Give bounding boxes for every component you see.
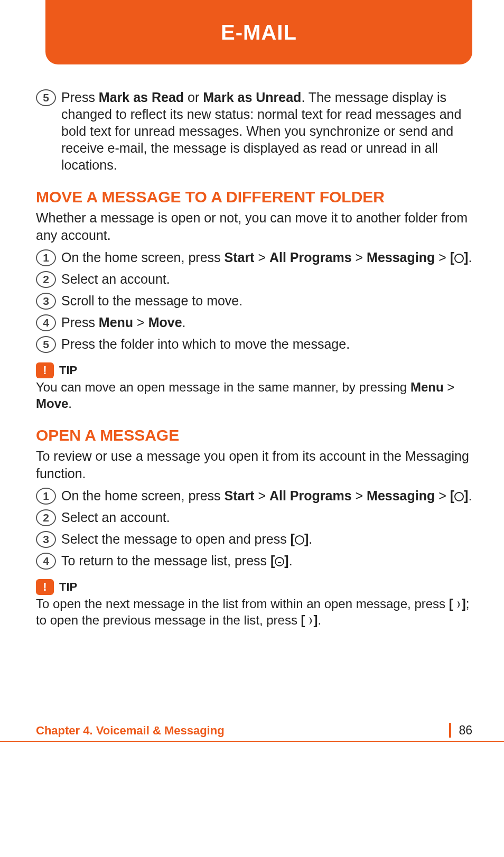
step-text: Press Menu > Move.: [61, 314, 472, 331]
page-header: E-MAIL: [45, 0, 472, 64]
tip-text: To open the next message in the list fro…: [36, 596, 472, 628]
step-number-badge: 5: [36, 336, 56, 353]
section-heading-open: OPEN A MESSAGE: [36, 426, 472, 444]
text: .: [318, 613, 322, 627]
step-text: Select an account.: [61, 271, 472, 287]
text: or: [184, 90, 203, 105]
bold: Messaging: [367, 250, 435, 265]
step-row: 4 Press Menu > Move.: [36, 314, 472, 331]
step-text: On the home screen, press Start > All Pr…: [61, 487, 472, 504]
tip-label: TIP: [59, 580, 77, 594]
text: Press: [61, 315, 99, 330]
step-row: 3 Select the message to open and press […: [36, 530, 472, 548]
text: Select the message to open and press: [61, 532, 291, 546]
step-number-badge: 3: [36, 531, 56, 548]
text: >: [352, 250, 367, 265]
text: On the home screen, press: [61, 250, 224, 265]
page-number-divider: [449, 723, 451, 738]
section-heading-move: MOVE A MESSAGE TO A DIFFERENT FOLDER: [36, 188, 472, 206]
text: .: [468, 488, 472, 503]
step-row: 1 On the home screen, press Start > All …: [36, 249, 472, 266]
step-number-badge: 2: [36, 509, 56, 526]
tip-block: ! TIP You can move an open message in th…: [36, 362, 472, 412]
text: You can move an open message in the same…: [36, 380, 410, 394]
chapter-label: Chapter 4. Voicemail & Messaging: [36, 724, 225, 738]
step-row: 5 Press Mark as Read or Mark as Unread. …: [36, 89, 472, 173]
exclamation-icon: !: [43, 364, 46, 377]
tip-text: You can move an open message in the same…: [36, 379, 472, 412]
step-text: Select an account.: [61, 509, 472, 526]
text: To open the next message in the list fro…: [36, 597, 449, 611]
section-intro: Whether a message is open or not, you ca…: [36, 209, 472, 244]
tip-icon: !: [36, 579, 54, 595]
bold: Start: [224, 250, 254, 265]
tip-header: ! TIP: [36, 362, 472, 378]
tip-block: ! TIP To open the next message in the li…: [36, 579, 472, 628]
text: .: [68, 396, 72, 411]
tip-header: ! TIP: [36, 579, 472, 595]
step-row: 3 Scroll to the message to move.: [36, 292, 472, 310]
step-row: 4 To return to the message list, press […: [36, 552, 472, 570]
step-number-badge: 4: [36, 314, 56, 331]
bracket-open: [: [450, 488, 454, 503]
bold: Mark as Unread: [203, 90, 301, 105]
step-row: 1 On the home screen, press Start > All …: [36, 487, 472, 505]
page-title: E-MAIL: [221, 21, 297, 44]
text: .: [289, 553, 293, 568]
tip-icon: !: [36, 362, 54, 378]
step-number-badge: 1: [36, 488, 56, 505]
text: >: [254, 488, 269, 503]
bracket-close: ]: [314, 613, 318, 627]
text: .: [182, 315, 186, 330]
tip-label: TIP: [59, 364, 77, 377]
bracket-open: [: [450, 250, 454, 265]
page-number: 86: [459, 723, 472, 738]
step-number-badge: 4: [36, 553, 56, 570]
bracket-open: [: [449, 597, 453, 611]
step-text: On the home screen, press Start > All Pr…: [61, 249, 472, 266]
step-row: 5 Press the folder into which to move th…: [36, 336, 472, 353]
step-row: 2 Select an account.: [36, 509, 472, 526]
bold: Move: [36, 396, 68, 411]
bracket-open: [: [270, 553, 275, 568]
ok-key-icon: [454, 492, 464, 501]
step-text: Press the folder into which to move the …: [61, 336, 472, 352]
text: On the home screen, press: [61, 488, 224, 503]
step-number-badge: 5: [36, 89, 56, 106]
step-number-badge: 3: [36, 293, 56, 310]
text: >: [435, 250, 450, 265]
bracket-close: ]: [284, 553, 288, 568]
bold: Mark as Read: [99, 90, 184, 105]
bold: Start: [224, 488, 254, 503]
bracket-open: [: [291, 532, 295, 546]
volume-left-icon: [305, 616, 314, 626]
text: >: [352, 488, 367, 503]
step-text: Scroll to the message to move.: [61, 292, 472, 309]
ok-key-icon: [295, 535, 304, 545]
step-number-badge: 2: [36, 271, 56, 288]
step-text: To return to the message list, press [].: [61, 552, 472, 569]
bold: Menu: [99, 315, 133, 330]
ok-key-icon: [454, 254, 464, 263]
bold: All Programs: [269, 488, 352, 503]
back-key-icon: [275, 557, 284, 566]
page-number-wrap: 86: [449, 723, 472, 738]
step-number-badge: 1: [36, 249, 56, 266]
text: >: [444, 380, 455, 394]
bold: Menu: [410, 380, 444, 394]
volume-right-icon: [453, 600, 462, 609]
text: To return to the message list, press: [61, 553, 270, 568]
text: >: [254, 250, 269, 265]
bracket-close: ]: [462, 597, 466, 611]
step-text: Select the message to open and press [].: [61, 530, 472, 547]
text: >: [435, 488, 450, 503]
exclamation-icon: !: [43, 580, 46, 594]
bracket-open: [: [301, 613, 305, 627]
bold: All Programs: [269, 250, 352, 265]
footer-inner: Chapter 4. Voicemail & Messaging 86: [36, 723, 472, 738]
bold: Messaging: [367, 488, 435, 503]
text: .: [309, 532, 312, 546]
text: Press: [61, 90, 99, 105]
text: .: [468, 250, 472, 265]
step-row: 2 Select an account.: [36, 271, 472, 288]
